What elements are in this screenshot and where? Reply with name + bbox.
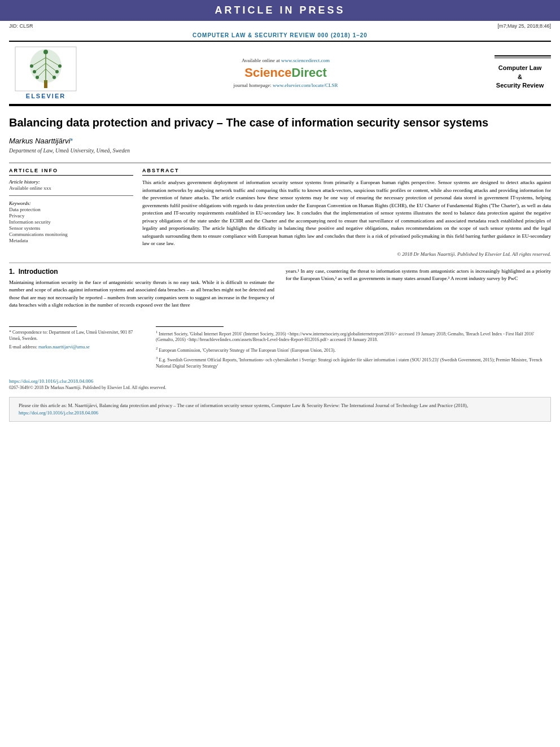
author-asterisk: * (70, 137, 73, 145)
header-center: Available online at www.sciencedirect.co… (94, 58, 478, 88)
footnote-email-link[interactable]: markus.naarttijarvi@umu.se (38, 344, 90, 350)
header-right-dividers (489, 55, 551, 62)
article-history-section: Article history: Available online xxx (9, 179, 133, 191)
elsevier-label: ELSEVIER (26, 93, 65, 99)
author-name: Markus Naarttijärvi* (9, 137, 551, 145)
article-title-section: Balancing data protection and privacy – … (0, 108, 560, 163)
footnote-2: 2 European Commission, 'Cybersecurity St… (156, 346, 551, 353)
keyword-4: Sensor systems (9, 225, 133, 231)
keywords-label: Keywords: (9, 200, 133, 206)
sciencedirect-title: ScienceDirect (94, 65, 478, 80)
citation-doi-link[interactable]: https://doi.org/10.1016/j.clsr.2018.04.0… (19, 410, 98, 416)
article-history-label: Article history: (9, 179, 133, 185)
copyright-line: © 2018 Dr Markus Naarttiji. Published by… (142, 251, 551, 257)
issn-line: 0267-3649/© 2018 Dr Markus Naarttiji. Pu… (9, 385, 551, 390)
keywords-divider (9, 195, 133, 196)
intro-right-text: years.¹ In any case, countering the thre… (286, 268, 551, 283)
footnote-2-super: 2 (156, 346, 158, 350)
footnote-3-super: 3 (156, 356, 158, 360)
article-info-abstract-section: ARTICLE INFO Article history: Available … (0, 163, 560, 257)
affiliation: Department of Law, Umeå University, Umeå… (9, 147, 551, 154)
footnote-1: 1 Internet Society, 'Global Internet Rep… (156, 329, 551, 343)
doi-bar: https://doi.org/10.1016/j.clsr.2018.04.0… (0, 376, 560, 392)
svg-point-11 (58, 64, 62, 68)
footnotes-section: * Correspondence to: Department of Law, … (0, 326, 560, 372)
journal-homepage: journal homepage: www.elsevier.com/locat… (94, 82, 478, 88)
doi-link[interactable]: https://doi.org/10.1016/j.clsr.2018.04.0… (9, 378, 93, 384)
right-line-thick (495, 55, 551, 56)
keyword-2: Privacy (9, 213, 133, 219)
intro-left-text: Maintaining information security in the … (9, 279, 274, 309)
article-history-value: Available online xxx (9, 185, 133, 191)
journal-name-line1: Computer Law (489, 64, 551, 72)
svg-point-13 (55, 70, 59, 73)
keyword-1: Data protection (9, 207, 133, 212)
elsevier-logo-box: ELSEVIER (9, 46, 82, 99)
svg-point-12 (33, 70, 36, 73)
footnote-3: 3 E.g. Swedish Government Official Repor… (156, 355, 551, 369)
footnote-correspondent: * Correspondence to: Department of Law, … (9, 329, 145, 342)
keyword-5: Communications monitoring (9, 231, 133, 237)
jid-row: JID: CLSR [m7;May 25, 2018;8:46] (0, 21, 560, 31)
article-in-press-banner: ARTICLE IN PRESS (0, 0, 560, 21)
abstract-header: ABSTRACT (142, 168, 551, 176)
footnote-divider-left (9, 326, 77, 327)
keyword-3: Information security (9, 219, 133, 225)
right-line-thin (495, 58, 551, 58)
svg-point-15 (53, 76, 56, 79)
article-title: Balancing data protection and privacy – … (9, 115, 551, 130)
svg-point-10 (30, 64, 33, 68)
journal-name-line3: Security Review (489, 81, 551, 90)
header-right: Computer Law & Security Review (489, 55, 551, 90)
abstract-col: ABSTRACT This article analyses governmen… (142, 168, 551, 257)
article-info-col: ARTICLE INFO Article history: Available … (9, 168, 133, 257)
footnote-1-super: 1 (156, 330, 158, 334)
footnote-divider-right (156, 326, 224, 327)
keywords-section: Keywords: Data protection Privacy Inform… (9, 200, 133, 243)
journal-homepage-link[interactable]: www.elsevier.com/locate/CLSR (273, 82, 338, 88)
citation-box: Please cite this article as: M. Naarttij… (9, 397, 551, 422)
footnote-left-col: * Correspondence to: Department of Law, … (9, 326, 145, 372)
available-online-link[interactable]: www.sciencedirect.com (281, 58, 330, 63)
jid-left: JID: CLSR (9, 23, 33, 29)
footnote-email: E-mail address: markus.naarttijarvi@umu.… (9, 344, 145, 350)
intro-right-col: years.¹ In any case, countering the thre… (286, 268, 551, 309)
intro-section-title: 1. Introduction (9, 268, 274, 276)
intro-section: 1. Introduction Maintaining information … (0, 268, 560, 309)
journal-name-line2: & (489, 73, 551, 81)
jid-right: [m7;May 25, 2018;8:46] (497, 23, 551, 29)
article-info-header: ARTICLE INFO (9, 168, 133, 176)
journal-title-bar: Computer Law & Security Review 000 (2018… (0, 31, 560, 41)
elsevier-tree-icon (15, 46, 77, 91)
keyword-6: Metadata (9, 238, 133, 243)
abstract-text: This article analyses government deploym… (142, 179, 551, 248)
header-section: ELSEVIER Available online at www.science… (0, 42, 560, 104)
footnote-right-col: 1 Internet Society, 'Global Internet Rep… (156, 326, 551, 372)
available-online: Available online at www.sciencedirect.co… (94, 58, 478, 63)
svg-point-14 (36, 76, 39, 79)
svg-point-16 (43, 50, 48, 54)
body-divider (9, 263, 551, 263)
main-divider-thin (9, 106, 551, 106)
intro-left-col: 1. Introduction Maintaining information … (9, 268, 274, 309)
